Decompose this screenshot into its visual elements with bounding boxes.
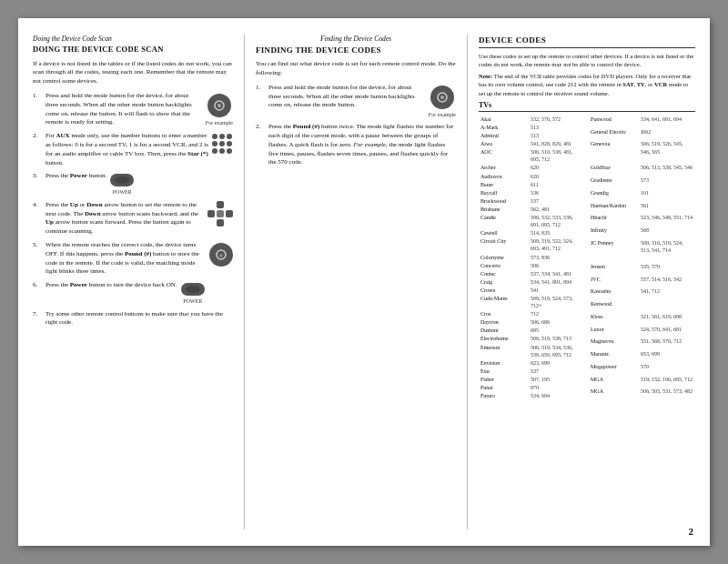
table-row: Concerto506 <box>479 261 585 269</box>
step-1-icon: For example <box>206 92 233 126</box>
step-4-content: Press the Up or Down arrow button to set… <box>46 201 233 237</box>
step-6: 6. Press the Power button to turn the de… <box>33 281 233 305</box>
table-row: General ElectricJ062 <box>589 127 695 140</box>
table-row: Magnavox551, 568, 570, 712 <box>589 337 695 350</box>
table-row: Colortyme573, 836 <box>479 253 585 261</box>
step-4: 4. Press the Up or Down arrow button to … <box>33 201 233 237</box>
table-row: Fisher507, 195 <box>479 375 585 383</box>
table-row: Kawasho541, 712 <box>589 287 695 300</box>
table-row: Jensen535, 570 <box>589 262 695 275</box>
mid-step-2: 2. Press the Pound (#) button twice. The… <box>256 123 456 167</box>
table-row: Crown541 <box>479 286 585 294</box>
left-title-italic: Doing the Device Code Scan <box>33 35 233 44</box>
mid-step-1: 1. Press and hold the mode button for th… <box>256 84 456 118</box>
svg-point-1 <box>217 104 221 107</box>
table-row: MGA506, 505, 531, 573, 482 <box>589 388 695 400</box>
step-7: 7. Try some other remote control buttons… <box>33 310 233 328</box>
table-row: GoldStar506, 513, 538, 545, 546 <box>589 164 695 176</box>
right-intro: Use these codes to set up the remote to … <box>479 52 695 68</box>
page: Doing the Device Code Scan DOING THE DEV… <box>18 18 710 546</box>
table-row: Brisbane562, 481 <box>479 205 585 213</box>
step-5-icon: # <box>209 241 233 268</box>
table-row: JC Penney509, 516, 519, 524, 513, 541, 7… <box>589 238 695 262</box>
table-row: Megapower570 <box>589 362 695 375</box>
mid-steps: 1. Press and hold the mode button for th… <box>256 84 456 167</box>
step-3: 3. Press the Power button. POWER <box>33 172 233 196</box>
step-3-content: Press the Power button. POWER <box>46 172 134 196</box>
table-row: Baycall536 <box>479 188 585 196</box>
page-number: 2 <box>689 526 694 537</box>
right-title: DEVICE CODES <box>479 35 695 48</box>
step-2-icon <box>212 132 233 156</box>
svg-rect-7 <box>217 210 224 217</box>
tv-tables: Akai532, 570, 572 A-Mark513 Admiral513 A… <box>479 115 695 399</box>
svg-point-12 <box>440 96 444 99</box>
svg-rect-3 <box>217 201 224 208</box>
step-2-content: For AUX mode only, use the number button… <box>46 132 233 167</box>
table-row: Gradiente573 <box>589 176 695 189</box>
table-row: JVC557, 514, 516, 542 <box>589 275 695 287</box>
step-3-icon: POWER <box>110 172 134 196</box>
step-1: 1. Press and hold the mode button for th… <box>33 92 233 127</box>
table-row: Funai870 <box>479 384 585 392</box>
left-column: Doing the Device Code Scan DOING THE DEV… <box>33 35 233 529</box>
svg-point-10 <box>186 286 200 293</box>
table-row: Hitachi523, 546, 548, 551, 714 <box>589 214 695 227</box>
table-row: Dumont695 <box>479 327 585 335</box>
step-5-content: When the remote reaches the correct code… <box>46 241 233 277</box>
step-6-icon: POWER <box>181 281 205 305</box>
mid-step-1-icon: For example <box>429 84 456 118</box>
table-row: Audiovox620 <box>479 172 585 180</box>
table-row: Candle506, 532, 533, 538, 691, 695, 712 <box>479 214 585 229</box>
table-row: Marantz653, 699 <box>589 350 695 363</box>
table-row: Akai532, 570, 572 <box>479 115 585 123</box>
table-row: Futuro534, 694 <box>479 392 585 400</box>
table-row: Admiral513 <box>479 132 585 140</box>
svg-rect-6 <box>217 219 224 227</box>
table-row: Envision623, 699 <box>479 358 585 367</box>
tv-section-title: TVs <box>479 101 695 113</box>
table-row: Craig534, 541, 891, 894 <box>479 277 585 286</box>
tv-table-col1: Akai532, 570, 572 A-Mark513 Admiral513 A… <box>479 115 585 399</box>
table-row: MGA519, 152, 196, 695, 712 <box>589 375 695 388</box>
left-intro: If a device is not listed in the tables … <box>33 60 233 86</box>
table-row: Cros712 <box>479 310 585 318</box>
svg-rect-4 <box>207 210 215 217</box>
table-row: AOC506, 510, 538, 481, 695, 712 <box>479 148 585 164</box>
table-row: Bauer611 <box>479 180 585 188</box>
table-row: Emerson506, 519, 534, 536, 539, 650, 695… <box>479 343 585 358</box>
mid-title-italic: Finding the Device Codes <box>256 35 456 44</box>
step-1-content: Press and hold the mode button for the d… <box>46 92 233 127</box>
table-row: Grundig101 <box>589 188 695 201</box>
table-row: Cudo-Mates509, 519, 524, 573, 712+ <box>479 294 585 309</box>
left-title-bold: DOING THE DEVICE CODE SCAN <box>33 45 233 55</box>
table-row: Brockwood537 <box>479 196 585 205</box>
table-row: Harman/Kardon561 <box>589 201 695 214</box>
step-2: 2. For AUX mode only, use the number but… <box>33 132 233 167</box>
table-row: Daytron506, 686 <box>479 318 585 327</box>
table-row: Contec537, 534, 541, 481 <box>479 269 585 277</box>
table-row: Kenwood <box>589 300 695 313</box>
step-4-icon <box>207 201 233 230</box>
table-row: Luxor524, 570, 641, 681 <box>589 325 695 337</box>
step-6-content: Press the Power button to turn the devic… <box>46 281 205 305</box>
table-row: Electrohome506, 519, 538, 713 <box>479 335 585 343</box>
mid-intro: You can find out what device code is set… <box>256 60 456 78</box>
mid-title-bold: FINDING THE DEVICE CODES <box>256 45 456 55</box>
svg-point-2 <box>115 176 129 184</box>
svg-rect-5 <box>226 210 233 217</box>
mid-column: Finding the Device Codes FINDING THE DEV… <box>256 35 456 529</box>
table-row: A-Mark513 <box>479 124 585 132</box>
table-row: Kloss521, 561, 619, 698 <box>589 312 695 325</box>
left-steps: 1. Press and hold the mode button for th… <box>33 92 233 327</box>
table-row: Cawtell514, 835 <box>479 229 585 237</box>
svg-text:#: # <box>219 252 223 259</box>
table-row: Archer620 <box>479 164 585 172</box>
table-row: Aiwa541, 828, 829, 481 <box>479 140 585 148</box>
table-row: Circuit City509, 519, 522, 524, 693, 491… <box>479 237 585 253</box>
divider-mid-right <box>467 35 468 529</box>
step-5: 5. When the remote reaches the correct c… <box>33 241 233 277</box>
right-note: Note: The end of the VCR table provides … <box>479 72 695 96</box>
tv-table-col2: Funwood534, 641, 691, 694 General Electr… <box>589 115 695 399</box>
table-row: Infinity568 <box>589 227 695 239</box>
